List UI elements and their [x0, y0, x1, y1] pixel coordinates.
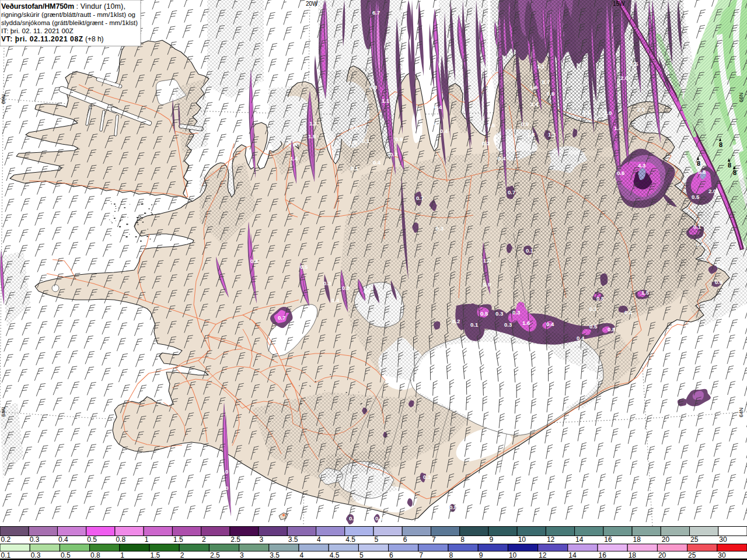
svg-text:7: 7 — [419, 551, 423, 559]
svg-text:0.7: 0.7 — [508, 189, 515, 195]
svg-text:25: 25 — [688, 551, 696, 559]
svg-text:8: 8 — [697, 160, 700, 167]
svg-text:0.9: 0.9 — [715, 279, 722, 285]
svg-text:30: 30 — [719, 536, 727, 544]
svg-text:2.0: 2.0 — [637, 106, 645, 113]
svg-text:4.5: 4.5 — [345, 536, 355, 544]
svg-text:3.5: 3.5 — [288, 536, 298, 544]
svg-text:0.3: 0.3 — [504, 321, 512, 328]
svg-text:30: 30 — [718, 551, 726, 559]
svg-text:66N: 66N — [1, 94, 6, 104]
svg-text:1.3: 1.3 — [548, 131, 556, 138]
svg-text:1.6: 1.6 — [455, 69, 463, 75]
svg-text:Veðurstofan/HM750m : Vindur (1: Veðurstofan/HM750m : Vindur (10m), — [1, 2, 125, 10]
svg-text:0.8: 0.8 — [90, 551, 100, 559]
svg-text:0.3: 0.3 — [589, 306, 597, 312]
svg-text:1.1: 1.1 — [537, 63, 545, 69]
svg-text:1.1: 1.1 — [582, 109, 591, 116]
svg-text:0.7: 0.7 — [390, 151, 397, 158]
svg-text:3: 3 — [260, 536, 264, 544]
svg-text:3: 3 — [240, 551, 244, 559]
svg-text:0.3: 0.3 — [375, 515, 383, 522]
svg-text:0.3: 0.3 — [349, 515, 357, 522]
svg-text:0.8: 0.8 — [342, 285, 350, 291]
svg-text:18: 18 — [629, 551, 637, 559]
svg-text:0.8: 0.8 — [596, 295, 604, 302]
svg-text:0.5: 0.5 — [87, 536, 97, 544]
svg-text:64N: 64N — [738, 408, 744, 418]
svg-text:0.5: 0.5 — [300, 264, 308, 270]
svg-text:1.0: 1.0 — [221, 485, 228, 491]
svg-text:0.3: 0.3 — [495, 310, 503, 317]
svg-text:0.4: 0.4 — [58, 536, 68, 544]
svg-text:0.5: 0.5 — [61, 551, 71, 559]
svg-text:0.6: 0.6 — [547, 90, 554, 97]
svg-text:5: 5 — [375, 536, 379, 544]
svg-text:0.3: 0.3 — [482, 140, 490, 146]
svg-text:66N: 66N — [738, 93, 744, 103]
svg-text:0.4: 0.4 — [577, 335, 585, 341]
svg-text:0.1: 0.1 — [1, 551, 11, 559]
svg-text:0.3: 0.3 — [512, 309, 520, 316]
svg-text:IT: þri. 02. 11. 2021 00Z: IT: þri. 02. 11. 2021 00Z — [1, 27, 74, 35]
svg-text:0.9: 0.9 — [395, 136, 403, 142]
svg-text:3.5: 3.5 — [270, 551, 280, 559]
svg-text:4: 4 — [317, 536, 321, 544]
svg-text:0.4: 0.4 — [696, 241, 704, 247]
svg-text:0.7: 0.7 — [416, 195, 424, 201]
svg-text:1: 1 — [120, 551, 124, 559]
svg-text:1.9: 1.9 — [308, 133, 316, 139]
svg-text:slydda/snjókoma (grátt/bleikt/: slydda/snjókoma (grátt/bleikt/grænt - mm… — [1, 19, 138, 27]
svg-text:0.4: 0.4 — [546, 321, 554, 327]
svg-text:0.8: 0.8 — [350, 124, 358, 131]
svg-text:8: 8 — [728, 162, 731, 169]
svg-text:0.3: 0.3 — [423, 474, 431, 480]
svg-text:1.0: 1.0 — [483, 257, 491, 264]
svg-text:0.3: 0.3 — [31, 551, 41, 559]
svg-text:6: 6 — [389, 551, 393, 559]
svg-text:0.8: 0.8 — [250, 258, 258, 264]
svg-text:0.3: 0.3 — [323, 280, 331, 286]
svg-text:7: 7 — [432, 536, 436, 544]
svg-text:1.5: 1.5 — [173, 536, 183, 544]
svg-text:0.6: 0.6 — [364, 288, 371, 295]
svg-text:0.3: 0.3 — [30, 536, 40, 544]
svg-text:0.4: 0.4 — [498, 155, 506, 162]
svg-text:1.4: 1.4 — [614, 125, 622, 131]
svg-text:1.5: 1.5 — [641, 289, 650, 296]
svg-text:2.0: 2.0 — [620, 75, 628, 81]
svg-text:0.9: 0.9 — [218, 501, 226, 508]
svg-text:0.3: 0.3 — [436, 225, 444, 232]
svg-text:0.8: 0.8 — [116, 536, 125, 544]
svg-text:0.6: 0.6 — [487, 122, 495, 128]
svg-text:10: 10 — [518, 536, 526, 544]
svg-text:0.4: 0.4 — [331, 297, 340, 303]
svg-text:0.2: 0.2 — [452, 318, 460, 324]
svg-text:3.4: 3.4 — [530, 101, 539, 107]
svg-text:18: 18 — [633, 536, 641, 544]
svg-text:8: 8 — [449, 551, 453, 559]
svg-text:1.3: 1.3 — [309, 120, 317, 127]
svg-text:0.7: 0.7 — [278, 314, 285, 321]
svg-text:5: 5 — [359, 551, 364, 559]
svg-text:rigning/skúrir (grænt/blátt/ra: rigning/skúrir (grænt/blátt/rautt - mm/1… — [1, 10, 135, 19]
svg-text:0.8: 0.8 — [449, 504, 457, 510]
svg-text:0.4: 0.4 — [440, 128, 448, 134]
svg-text:0.4: 0.4 — [624, 309, 633, 316]
svg-text:9: 9 — [489, 536, 493, 544]
svg-text:VT: þri. 02.11.2021 08Z (+8 h): VT: þri. 02.11.2021 08Z (+8 h) — [1, 35, 104, 43]
svg-text:0.5: 0.5 — [480, 310, 488, 317]
svg-text:0.5: 0.5 — [589, 323, 598, 330]
svg-text:0.1: 0.1 — [351, 165, 359, 172]
svg-text:1.5: 1.5 — [349, 139, 357, 146]
svg-text:8: 8 — [733, 169, 736, 176]
svg-text:2.0: 2.0 — [708, 188, 716, 194]
svg-text:2.5: 2.5 — [231, 536, 240, 544]
svg-text:12: 12 — [539, 551, 547, 559]
svg-text:0.1: 0.1 — [526, 247, 534, 254]
svg-text:4.3: 4.3 — [638, 162, 645, 169]
svg-text:2: 2 — [202, 536, 206, 544]
svg-text:0.1: 0.1 — [470, 321, 479, 328]
svg-text:10: 10 — [509, 551, 517, 559]
svg-text:16: 16 — [599, 551, 607, 559]
